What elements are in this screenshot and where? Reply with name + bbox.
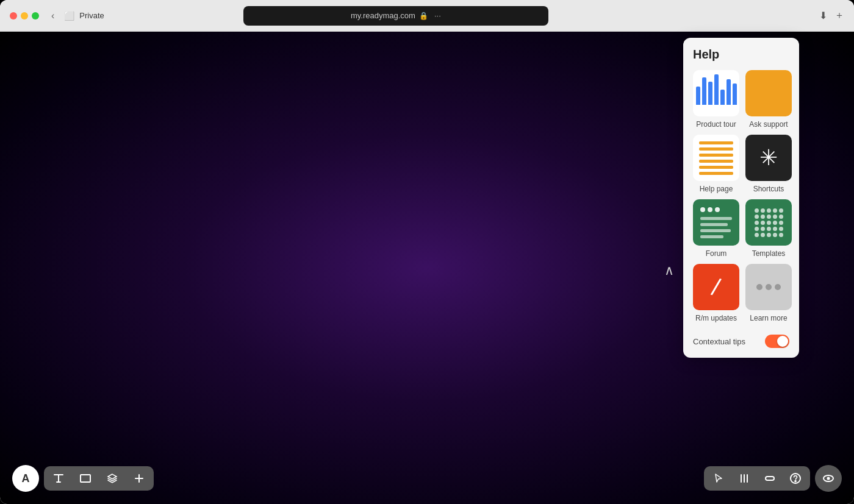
pointer-tool-icon [712, 472, 725, 484]
ask-support-card [745, 70, 792, 116]
line-6 [699, 172, 733, 175]
main-canvas: Help Produ [0, 32, 854, 504]
learn-more-label: Learn more [750, 314, 787, 322]
forum-card [693, 199, 739, 246]
help-item-forum[interactable]: Forum [693, 199, 739, 258]
tour-bar-7 [733, 83, 737, 105]
shortcuts-label: Shortcuts [753, 185, 784, 193]
tab-icon: ⬜ [64, 11, 74, 21]
address-bar[interactable]: my.readymag.com 🔒 ··· [243, 6, 548, 26]
tour-bar-1 [696, 87, 700, 105]
templates-card [745, 199, 792, 246]
templates-row-5 [755, 233, 783, 237]
shortcuts-card: ✳ [745, 135, 792, 181]
line-3 [699, 154, 733, 157]
help-page-card [693, 135, 739, 181]
ask-support-label: Ask support [749, 120, 788, 129]
eye-icon [822, 472, 835, 485]
scroll-up-button[interactable]: ∧ [664, 263, 674, 279]
templates-row-1 [755, 208, 783, 213]
resize-tool-button[interactable] [761, 470, 778, 487]
help-panel: Help Produ [683, 38, 799, 358]
help-tool-button[interactable] [787, 470, 804, 487]
tour-lines-icon [693, 78, 739, 108]
columns-tool-icon [738, 472, 750, 484]
frame-tool-button[interactable] [77, 470, 94, 487]
tool-group-left [44, 466, 154, 491]
toggle-knob [777, 336, 788, 347]
resize-tool-icon [764, 472, 776, 484]
browser-window: ‹ ⬜ Private my.readymag.com 🔒 ··· ⬇ ＋ He… [0, 0, 854, 504]
contextual-tips-toggle[interactable] [765, 335, 789, 348]
maximize-button[interactable] [32, 12, 39, 20]
tour-bar-6 [727, 79, 731, 105]
preview-button[interactable] [815, 465, 842, 492]
svg-point-5 [827, 477, 830, 480]
text-tool-button[interactable] [50, 470, 67, 487]
url-text: my.readymag.com [351, 11, 415, 20]
help-item-ask-support[interactable]: Ask support [745, 70, 792, 129]
templates-row-4 [755, 227, 783, 231]
svg-rect-0 [81, 475, 90, 482]
close-button[interactable] [10, 12, 17, 20]
svg-point-3 [795, 481, 796, 482]
frame-tool-icon [79, 472, 92, 484]
forum-row-1 [700, 207, 732, 212]
layers-tool-button[interactable] [104, 470, 121, 487]
line-1 [699, 141, 733, 144]
forum-label: Forum [706, 249, 727, 258]
help-item-product-tour[interactable]: Product tour [693, 70, 739, 129]
toolbar-left: A [12, 465, 154, 492]
help-item-templates[interactable]: Templates [745, 199, 792, 258]
tour-bar-5 [720, 90, 725, 105]
help-page-label: Help page [700, 185, 733, 193]
templates-row-2 [755, 215, 783, 219]
help-item-shortcuts[interactable]: ✳ Shortcuts [745, 135, 792, 193]
tab-label: Private [79, 11, 104, 20]
download-icon[interactable]: ⬇ [819, 10, 827, 21]
tool-group-right [704, 466, 810, 491]
back-button[interactable]: ‹ [49, 9, 57, 23]
forum-content [700, 217, 732, 238]
avatar-button[interactable]: A [12, 465, 39, 492]
help-item-help-page[interactable]: Help page [693, 135, 739, 193]
tour-bar-3 [708, 82, 712, 105]
nav-buttons: ‹ [49, 9, 57, 23]
lines-icon [693, 135, 739, 181]
minimize-button[interactable] [21, 12, 28, 20]
tab-area: ⬜ Private [64, 11, 104, 21]
tour-bar-4 [714, 74, 719, 105]
help-item-learn-more[interactable]: Learn more [745, 264, 792, 322]
templates-icon [750, 204, 788, 242]
templates-label: Templates [752, 249, 786, 258]
help-item-rm-updates[interactable]: / R/m updates [693, 264, 739, 322]
contextual-tips-label: Contextual tips [693, 337, 745, 346]
add-tool-icon [133, 472, 145, 484]
product-tour-card [693, 70, 739, 116]
rm-slash-icon: / [709, 273, 723, 301]
learn-more-icon [756, 284, 781, 290]
pointer-tool-button[interactable] [710, 470, 727, 487]
new-tab-icon[interactable]: ＋ [834, 9, 844, 22]
add-tool-button[interactable] [131, 470, 148, 487]
lock-icon: 🔒 [419, 12, 428, 20]
titlebar-actions: ⬇ ＋ [819, 9, 844, 22]
more-icon: ··· [434, 11, 441, 20]
text-tool-icon [52, 472, 65, 484]
forum-icon [694, 201, 738, 244]
line-5 [699, 166, 733, 169]
line-2 [699, 147, 733, 151]
svg-rect-1 [766, 477, 774, 480]
help-panel-title: Help [693, 48, 789, 62]
rm-updates-label: R/m updates [695, 314, 737, 322]
layers-tool-icon [106, 472, 118, 484]
toolbar-right [704, 465, 842, 492]
product-tour-label: Product tour [696, 120, 736, 129]
templates-row-3 [755, 221, 783, 225]
help-tool-icon [789, 472, 802, 484]
line-4 [699, 160, 733, 163]
columns-tool-button[interactable] [736, 470, 753, 487]
tour-bar-2 [702, 77, 706, 105]
contextual-tips-row: Contextual tips [693, 328, 789, 348]
rm-updates-card: / [693, 264, 739, 310]
